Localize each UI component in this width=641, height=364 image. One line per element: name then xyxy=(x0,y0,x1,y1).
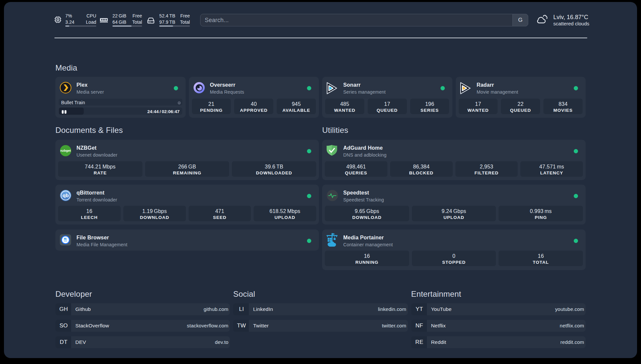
svg-text:qb: qb xyxy=(63,193,69,198)
svg-text:nzbget: nzbget xyxy=(60,149,71,152)
